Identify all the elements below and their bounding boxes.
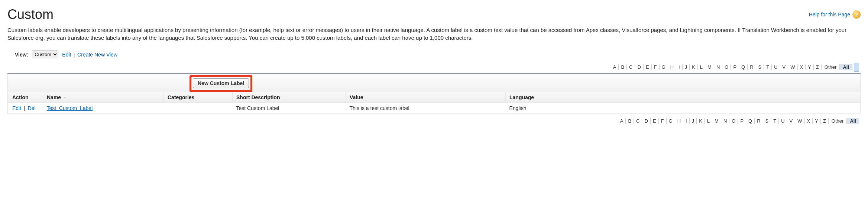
alpha-letter-h[interactable]: H — [668, 64, 676, 70]
row-value: This is a test custom label. — [346, 103, 506, 114]
alpha-letter-b[interactable]: B — [626, 118, 634, 124]
row-actions: Edit | Del — [8, 103, 43, 114]
col-language-header[interactable]: Language — [506, 92, 861, 103]
alpha-filter-top: ABCDEFGHIJKLMNOPQRSTUVWXYZOtherAll — [7, 63, 859, 72]
alpha-filter-bottom: ABCDEFGHIJKLMNOPQRSTUVWXYZOtherAll — [7, 118, 859, 124]
alpha-letter-a[interactable]: A — [618, 118, 626, 124]
page-description: Custom labels enable developers to creat… — [7, 26, 861, 42]
alpha-letter-x[interactable]: X — [798, 64, 806, 70]
alpha-letter-z[interactable]: Z — [814, 64, 822, 70]
alpha-letter-n[interactable]: N — [721, 118, 729, 124]
alpha-letter-u[interactable]: U — [772, 64, 780, 70]
alpha-letter-m[interactable]: M — [705, 64, 714, 70]
col-value-header[interactable]: Value — [346, 92, 506, 103]
alpha-letter-q[interactable]: Q — [739, 64, 748, 70]
alpha-letter-p[interactable]: P — [731, 64, 739, 70]
alpha-letter-i[interactable]: I — [683, 118, 690, 124]
button-bar: New Custom Label — [7, 74, 861, 92]
alpha-letter-v[interactable]: V — [787, 118, 796, 124]
table-section: New Custom Label Action Name ↑ Categorie… — [7, 73, 861, 114]
alpha-letter-o[interactable]: O — [729, 118, 738, 124]
new-custom-label-button[interactable]: New Custom Label — [193, 78, 249, 88]
view-label: View: — [15, 52, 28, 58]
alpha-letter-k[interactable]: K — [690, 64, 698, 70]
alpha-letter-d[interactable]: D — [642, 118, 650, 124]
alpha-letter-s[interactable]: S — [763, 118, 771, 124]
alpha-letter-j[interactable]: J — [690, 118, 697, 124]
alpha-letter-s[interactable]: S — [756, 64, 764, 70]
separator: | — [72, 52, 76, 58]
view-controls: View: Custom Edit | Create New View — [15, 51, 861, 58]
alpha-letter-p[interactable]: P — [738, 118, 746, 124]
alpha-letter-y[interactable]: Y — [813, 118, 821, 124]
alpha-letter-c[interactable]: C — [634, 118, 642, 124]
view-select[interactable]: Custom — [32, 51, 58, 58]
row-categories — [164, 103, 233, 114]
col-name-header[interactable]: Name ↑ — [43, 92, 164, 103]
view-create-link[interactable]: Create New View — [77, 52, 117, 58]
alpha-letter-g[interactable]: G — [667, 118, 675, 124]
alpha-letter-w[interactable]: W — [795, 118, 804, 124]
alpha-other[interactable]: Other — [822, 64, 840, 70]
labels-table: Action Name ↑ Categories Short Descripti… — [7, 92, 861, 114]
separator: | — [21, 105, 27, 111]
help-icon: ? — [852, 10, 861, 19]
page-title: Custom — [7, 7, 54, 22]
alpha-letter-i[interactable]: I — [676, 64, 683, 70]
alpha-letter-n[interactable]: N — [714, 64, 722, 70]
alpha-letter-e[interactable]: E — [644, 64, 652, 70]
alpha-letter-l[interactable]: L — [698, 64, 705, 70]
alpha-other[interactable]: Other — [829, 118, 847, 124]
alpha-letter-z[interactable]: Z — [821, 118, 829, 124]
alpha-letter-r[interactable]: R — [755, 118, 763, 124]
alpha-letter-f[interactable]: F — [652, 64, 660, 70]
alpha-letter-u[interactable]: U — [779, 118, 787, 124]
edit-link[interactable]: Edit — [12, 105, 21, 111]
help-for-page-link[interactable]: Help for this Page ? — [809, 10, 861, 19]
col-categories-header[interactable]: Categories — [164, 92, 233, 103]
label-name-link[interactable]: Test_Custom_Label — [47, 105, 93, 111]
row-short-description: Test Custom Label — [233, 103, 346, 114]
alpha-letter-w[interactable]: W — [788, 64, 797, 70]
scroll-indicator[interactable] — [854, 63, 859, 72]
alpha-letter-d[interactable]: D — [635, 64, 643, 70]
row-language: English — [506, 103, 861, 114]
alpha-letter-h[interactable]: H — [675, 118, 683, 124]
sort-ascending-icon: ↑ — [64, 96, 66, 100]
help-label: Help for this Page — [809, 12, 850, 17]
alpha-letter-k[interactable]: K — [697, 118, 705, 124]
row-name: Test_Custom_Label — [43, 103, 164, 114]
alpha-letter-q[interactable]: Q — [746, 118, 755, 124]
alpha-letter-f[interactable]: F — [659, 118, 667, 124]
alpha-letter-y[interactable]: Y — [806, 64, 814, 70]
alpha-letter-b[interactable]: B — [619, 64, 627, 70]
alpha-letter-a[interactable]: A — [611, 64, 619, 70]
alpha-letter-m[interactable]: M — [712, 118, 721, 124]
alpha-letter-j[interactable]: J — [683, 64, 690, 70]
col-name-label: Name — [47, 94, 61, 100]
table-row: Edit | DelTest_Custom_LabelTest Custom L… — [8, 103, 861, 114]
alpha-letter-t[interactable]: T — [764, 64, 772, 70]
highlight-annotation: New Custom Label — [190, 75, 252, 92]
col-shortdesc-header[interactable]: Short Description — [233, 92, 346, 103]
alpha-letter-g[interactable]: G — [660, 64, 668, 70]
view-edit-link[interactable]: Edit — [62, 52, 71, 58]
alpha-letter-o[interactable]: O — [722, 64, 731, 70]
alpha-letter-r[interactable]: R — [748, 64, 756, 70]
alpha-letter-l[interactable]: L — [705, 118, 712, 124]
alpha-all[interactable]: All — [847, 118, 859, 124]
alpha-all[interactable]: All — [840, 64, 852, 70]
alpha-letter-c[interactable]: C — [627, 64, 635, 70]
col-action-header[interactable]: Action — [8, 92, 43, 103]
del-link[interactable]: Del — [28, 105, 36, 111]
alpha-letter-v[interactable]: V — [780, 64, 788, 70]
alpha-letter-x[interactable]: X — [805, 118, 813, 124]
alpha-letter-e[interactable]: E — [651, 118, 659, 124]
alpha-letter-t[interactable]: T — [771, 118, 779, 124]
